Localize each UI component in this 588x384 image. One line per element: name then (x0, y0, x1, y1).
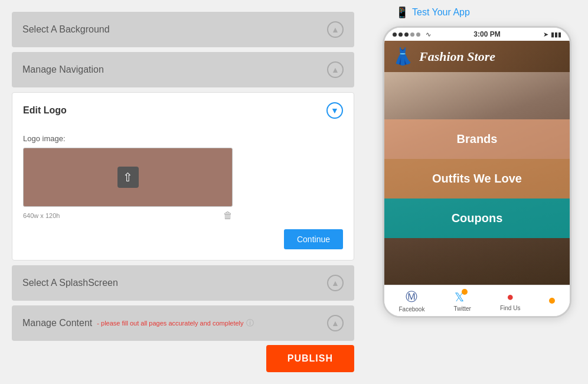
signal-dot-1 (393, 32, 397, 37)
extra-warning-badge (549, 298, 555, 304)
manage-navigation-label: Manage Navigation (22, 64, 104, 75)
continue-btn-row: Continue (23, 229, 343, 249)
app-header: 👗 Fashion Store (384, 41, 570, 72)
brands-menu-button[interactable]: Brands (384, 119, 570, 159)
manage-navigation-accordion[interactable]: Manage Navigation ▲ (12, 52, 354, 87)
logo-meta: 640w x 120h 🗑 (23, 210, 233, 221)
manage-content-label: Manage Content (22, 318, 92, 328)
coupons-menu-button[interactable]: Coupons (384, 198, 570, 238)
phone-bottom-nav: Ⓜ Facebook 𝕏 Twitter ● Find Us (384, 285, 570, 316)
trash-icon[interactable]: 🗑 (223, 210, 233, 221)
edit-logo-header[interactable]: Edit Logo ▼ (12, 93, 354, 128)
facebook-icon: Ⓜ (406, 289, 417, 305)
signal-dot-3 (404, 32, 409, 37)
twitter-warning-badge (462, 289, 468, 295)
status-right-icons: ➤ ▮▮▮ (543, 31, 561, 38)
wifi-icon: ∿ (426, 31, 431, 38)
upload-icon: ⇧ (117, 167, 139, 188)
select-splashscreen-label: Select A SplashScreen (22, 278, 118, 288)
signal-dot-4 (410, 32, 414, 37)
nav-facebook[interactable]: Ⓜ Facebook (399, 289, 425, 313)
edit-logo-label: Edit Logo (23, 105, 67, 116)
hanger-icon: 👗 (393, 47, 413, 66)
phone-content: Brands Outfits We Love Coupons (384, 72, 570, 285)
edit-logo-chevron-icon: ▼ (326, 102, 343, 119)
select-background-chevron-icon: ▲ (327, 21, 344, 38)
select-splashscreen-accordion[interactable]: Select A SplashScreen ▲ (12, 265, 354, 301)
select-background-label: Select A Background (22, 24, 110, 35)
signal-indicators: ∿ (393, 31, 431, 38)
select-splashscreen-chevron-icon: ▲ (327, 275, 344, 291)
manage-content-header: Manage Content - please fill out all pag… (22, 318, 254, 328)
app-title: Fashion Store (419, 49, 495, 64)
mobile-icon: 📱 (396, 6, 409, 19)
logo-image-label: Logo image: (23, 134, 343, 143)
phone-status-bar: ∿ 3:00 PM ➤ ▮▮▮ (384, 28, 570, 41)
location-arrow-icon: ➤ (543, 31, 548, 38)
status-time: 3:00 PM (473, 30, 500, 38)
signal-dot-5 (416, 32, 420, 37)
test-your-app-label: Test Your App (412, 7, 470, 18)
location-icon: ● (507, 290, 514, 304)
edit-logo-content: Logo image: ⇧ 640w x 120h 🗑 Continue (12, 128, 354, 260)
outfits-menu-button[interactable]: Outfits We Love (384, 159, 570, 198)
continue-button[interactable]: Continue (284, 229, 343, 249)
manage-content-chevron-icon: ▲ (327, 315, 344, 331)
manage-content-note: - please fill out all pages accurately a… (97, 320, 243, 327)
manage-content-accordion[interactable]: Manage Content - please fill out all pag… (12, 305, 354, 341)
publish-row: PUBLISH (266, 345, 354, 372)
nav-extra-warning (549, 298, 555, 304)
test-your-app-link[interactable]: 📱 Test Your App (396, 6, 470, 19)
twitter-label: Twitter (453, 305, 471, 312)
publish-button[interactable]: PUBLISH (266, 345, 354, 372)
phone-mockup: ∿ 3:00 PM ➤ ▮▮▮ 👗 Fashion Store Brands O… (383, 26, 571, 318)
select-background-accordion[interactable]: Select A Background ▲ (12, 12, 354, 47)
logo-upload-box[interactable]: ⇧ (23, 148, 233, 207)
battery-icon: ▮▮▮ (551, 31, 561, 38)
nav-twitter[interactable]: 𝕏 Twitter (453, 290, 471, 312)
manage-navigation-chevron-icon: ▲ (327, 61, 344, 78)
facebook-label: Facebook (399, 306, 425, 313)
left-panel: Select A Background ▲ Manage Navigation … (0, 0, 366, 384)
nav-find-us[interactable]: ● Find Us (500, 290, 520, 311)
right-panel: 📱 Test Your App ∿ 3:00 PM ➤ ▮▮▮ 👗 (366, 0, 588, 384)
info-icon[interactable]: ⓘ (246, 318, 254, 328)
logo-dimensions: 640w x 120h (23, 212, 60, 219)
menu-buttons: Brands Outfits We Love Coupons (384, 72, 570, 285)
signal-dot-2 (398, 32, 403, 37)
find-us-label: Find Us (500, 305, 520, 311)
edit-logo-accordion: Edit Logo ▼ Logo image: ⇧ 640w x 120h 🗑 … (12, 92, 354, 261)
